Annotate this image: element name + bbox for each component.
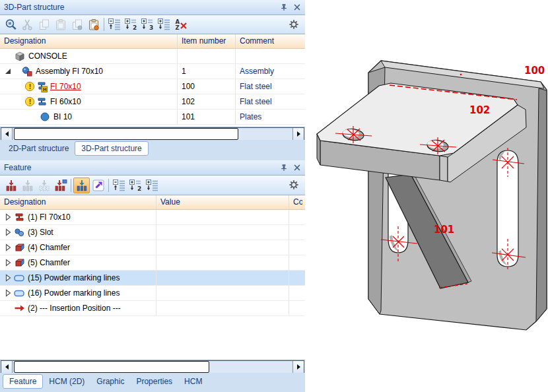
column-header[interactable]: Value xyxy=(156,195,289,209)
column-header[interactable]: Co xyxy=(289,195,302,209)
collapse-all-button[interactable] xyxy=(111,178,127,193)
settings-button[interactable] xyxy=(287,17,301,32)
expander[interactable] xyxy=(3,67,13,75)
feature-designation: (5) Chamfer xyxy=(28,258,70,267)
copy-button[interactable] xyxy=(36,16,52,32)
column-header[interactable]: Comment xyxy=(235,34,301,48)
column-header[interactable]: Designation xyxy=(0,195,156,209)
feature-refresh-button[interactable] xyxy=(36,178,52,193)
copy-contents-icon xyxy=(71,18,84,31)
structure-tab-strip: 2D-Part structure3D-Part structure xyxy=(0,140,305,160)
application-window: 100102101 3D-Part structure 23AZ Designa… xyxy=(0,0,548,392)
comment-cell xyxy=(289,271,305,285)
part-row[interactable]: Assembly FI 70x101Assembly xyxy=(0,64,305,79)
part-row[interactable]: CONSOLE xyxy=(0,49,305,64)
cut-button[interactable] xyxy=(19,16,36,32)
svg-text:!: ! xyxy=(28,83,32,90)
scroll-right-button[interactable] xyxy=(292,128,304,140)
scroll-left-button[interactable] xyxy=(1,361,13,373)
feature-copy-button[interactable] xyxy=(52,178,69,193)
tab-hcm[interactable]: HCM xyxy=(178,374,208,389)
warning-icon: ! xyxy=(24,96,35,107)
paste-contents-button[interactable] xyxy=(85,16,102,32)
part-row[interactable]: !FI 60x10102Flat steel xyxy=(0,94,305,110)
feature-row[interactable]: (15) Powder marking lines xyxy=(0,271,305,286)
close-button[interactable] xyxy=(292,162,302,173)
item-number-cell: 1 xyxy=(177,64,235,79)
feature-designation: (2) --- Insertion Position --- xyxy=(28,304,121,313)
feature-row[interactable]: (3) Slot xyxy=(0,225,305,240)
expand-level-2-icon: 2 xyxy=(129,179,143,192)
feature-row[interactable]: (1) FI 70x10 xyxy=(0,210,305,225)
close-button[interactable] xyxy=(292,2,302,13)
expand-level-2-button[interactable]: 2 xyxy=(123,16,139,32)
copy-contents-button[interactable] xyxy=(69,16,85,32)
feature-designation: (15) Powder marking lines xyxy=(28,273,120,282)
part-row[interactable]: !HFI 70x10100Flat steel xyxy=(0,79,305,94)
expander[interactable] xyxy=(3,274,13,282)
feature-row[interactable]: (4) Chamfer xyxy=(0,240,305,255)
expand-all-button[interactable] xyxy=(156,16,172,32)
docking-tab-strip: FeatureHCM (2D)GraphicPropertiesHCM xyxy=(0,373,305,392)
pin-button[interactable] xyxy=(279,2,289,13)
value-cell xyxy=(156,240,289,255)
feature-goto-button[interactable] xyxy=(90,178,106,193)
pin-button[interactable] xyxy=(279,162,289,173)
feature-row[interactable]: (5) Chamfer xyxy=(0,255,305,271)
column-header[interactable]: Designation xyxy=(0,34,177,48)
slot-bolts-icon xyxy=(13,226,25,238)
value-cell xyxy=(156,255,289,270)
expander[interactable] xyxy=(3,259,13,267)
pin-icon xyxy=(279,163,289,172)
chamfer-icon xyxy=(13,257,25,269)
feature-row[interactable]: (2) --- Insertion Position --- xyxy=(0,301,305,316)
scrollbar-thumb[interactable] xyxy=(14,128,238,140)
scroll-right-button[interactable] xyxy=(292,361,304,373)
search-button[interactable] xyxy=(3,16,19,32)
cancel-sort-button[interactable]: AZ xyxy=(172,16,189,32)
feature-recalc-button[interactable] xyxy=(3,178,19,193)
paste-button[interactable] xyxy=(52,16,69,32)
flat-steel-icon xyxy=(36,96,48,108)
item-number-cell: 102 xyxy=(177,94,235,109)
collapse-all-button[interactable] xyxy=(106,16,123,32)
expand-all-button[interactable] xyxy=(144,178,160,193)
feature-log-button[interactable] xyxy=(73,178,90,193)
feature-row[interactable]: (16) Powder marking lines xyxy=(0,286,305,301)
comment-cell: Flat steel xyxy=(235,79,305,94)
comment-cell: Flat steel xyxy=(235,94,305,109)
tab-graphic[interactable]: Graphic xyxy=(90,374,130,389)
settings-button[interactable] xyxy=(287,178,301,192)
red-arrow-icon xyxy=(13,302,25,314)
console-box-icon xyxy=(14,50,26,62)
expand-level-2-button[interactable]: 2 xyxy=(127,178,144,193)
expand-all-icon xyxy=(157,18,172,31)
comment-cell xyxy=(289,240,305,255)
tab-3d-part-structure[interactable]: 3D-Part structure xyxy=(75,141,148,156)
feature-insert-button[interactable] xyxy=(19,178,36,193)
horizontal-scrollbar[interactable] xyxy=(1,127,304,141)
scroll-left-button[interactable] xyxy=(1,128,13,140)
expander[interactable] xyxy=(3,244,13,251)
part-item-label: 101 xyxy=(434,224,454,236)
expand-level-3-button[interactable]: 3 xyxy=(139,16,156,32)
part-structure-table: DesignationItem numberComment CONSOLEAss… xyxy=(0,34,305,127)
tab-feature[interactable]: Feature xyxy=(3,374,43,389)
horizontal-scrollbar[interactable] xyxy=(1,360,304,374)
cancel-sort-icon: AZ xyxy=(174,18,188,31)
expander[interactable] xyxy=(3,289,13,297)
gear-icon xyxy=(288,18,300,30)
expander[interactable] xyxy=(3,228,13,236)
feature-table: DesignationValueCo (1) FI 70x10(3) Slot(… xyxy=(0,195,305,360)
part-designation: Assembly FI 70x10 xyxy=(36,67,103,76)
scrollbar-thumb[interactable] xyxy=(14,361,209,373)
tab-2d-part-structure[interactable]: 2D-Part structure xyxy=(3,141,75,156)
tab-properties[interactable]: Properties xyxy=(130,374,178,389)
3d-part-structure-panel: 3D-Part structure 23AZ DesignationItem n… xyxy=(0,0,305,140)
expander[interactable] xyxy=(3,213,13,221)
part-row[interactable]: BI 10101Plates xyxy=(0,110,305,125)
powder-lines-icon xyxy=(13,272,25,284)
column-header[interactable]: Item number xyxy=(177,34,235,48)
tab-hcm-2d[interactable]: HCM (2D) xyxy=(43,374,90,389)
paste-contents-icon xyxy=(87,18,100,31)
